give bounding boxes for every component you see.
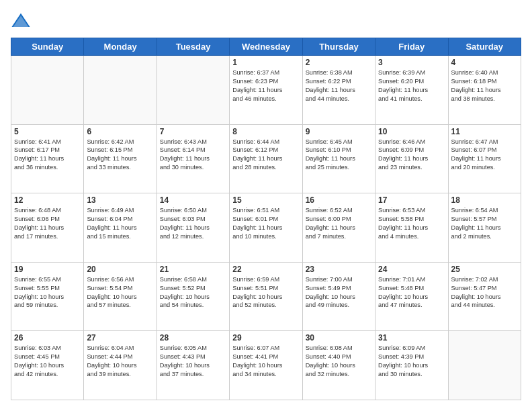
- day-header: Tuesday: [157, 38, 229, 56]
- calendar-cell: 2Sunrise: 6:38 AMSunset: 6:22 PMDaylight…: [302, 56, 375, 125]
- day-number: 15: [232, 195, 299, 205]
- day-number: 10: [378, 127, 445, 136]
- calendar-cell: 22Sunrise: 6:59 AMSunset: 5:51 PMDayligh…: [230, 262, 302, 331]
- calendar-cell: 1Sunrise: 6:37 AMSunset: 6:23 PMDaylight…: [230, 56, 302, 125]
- day-info: Sunrise: 6:05 AMSunset: 4:43 PMDaylight:…: [160, 344, 226, 379]
- day-info: Sunrise: 6:44 AMSunset: 6:12 PMDaylight:…: [232, 138, 299, 173]
- calendar-cell: [11, 56, 84, 125]
- day-number: 25: [451, 265, 518, 274]
- day-info: Sunrise: 6:43 AMSunset: 6:14 PMDaylight:…: [160, 138, 226, 173]
- day-header: Saturday: [448, 38, 521, 56]
- calendar-cell: 4Sunrise: 6:40 AMSunset: 6:18 PMDaylight…: [448, 56, 521, 125]
- calendar-week-row: 26Sunrise: 6:03 AMSunset: 4:45 PMDayligh…: [11, 331, 521, 400]
- day-number: 27: [87, 333, 153, 342]
- calendar-cell: 19Sunrise: 6:55 AMSunset: 5:55 PMDayligh…: [11, 262, 84, 331]
- calendar-cell: 16Sunrise: 6:52 AMSunset: 6:00 PMDayligh…: [302, 193, 375, 263]
- day-info: Sunrise: 6:08 AMSunset: 4:40 PMDaylight:…: [306, 344, 372, 379]
- page: SundayMondayTuesdayWednesdayThursdayFrid…: [0, 0, 532, 411]
- calendar-cell: 6Sunrise: 6:42 AMSunset: 6:15 PMDaylight…: [84, 124, 157, 193]
- calendar-cell: 15Sunrise: 6:51 AMSunset: 6:01 PMDayligh…: [230, 193, 302, 263]
- calendar-week-row: 19Sunrise: 6:55 AMSunset: 5:55 PMDayligh…: [11, 262, 521, 331]
- day-number: 5: [14, 127, 81, 136]
- calendar-cell: 7Sunrise: 6:43 AMSunset: 6:14 PMDaylight…: [157, 124, 229, 193]
- calendar-cell: 31Sunrise: 6:09 AMSunset: 4:39 PMDayligh…: [375, 331, 448, 400]
- day-number: 19: [14, 265, 81, 274]
- day-header: Friday: [375, 38, 448, 56]
- calendar-week-row: 12Sunrise: 6:48 AMSunset: 6:06 PMDayligh…: [11, 193, 521, 263]
- day-info: Sunrise: 6:52 AMSunset: 6:00 PMDaylight:…: [306, 206, 372, 241]
- day-info: Sunrise: 6:47 AMSunset: 6:07 PMDaylight:…: [451, 138, 518, 173]
- day-number: 18: [451, 195, 518, 205]
- day-number: 31: [378, 333, 445, 342]
- calendar-cell: [448, 331, 521, 400]
- calendar-cell: 11Sunrise: 6:47 AMSunset: 6:07 PMDayligh…: [448, 124, 521, 193]
- calendar-cell: 23Sunrise: 7:00 AMSunset: 5:49 PMDayligh…: [302, 262, 375, 331]
- day-info: Sunrise: 6:51 AMSunset: 6:01 PMDaylight:…: [232, 206, 299, 241]
- day-number: 16: [306, 195, 372, 205]
- day-info: Sunrise: 6:54 AMSunset: 5:57 PMDaylight:…: [451, 206, 518, 241]
- calendar-cell: 9Sunrise: 6:45 AMSunset: 6:10 PMDaylight…: [302, 124, 375, 193]
- day-header: Thursday: [302, 38, 375, 56]
- calendar-cell: 8Sunrise: 6:44 AMSunset: 6:12 PMDaylight…: [230, 124, 302, 193]
- day-number: 23: [306, 265, 372, 274]
- day-number: 24: [378, 265, 445, 274]
- day-info: Sunrise: 6:07 AMSunset: 4:41 PMDaylight:…: [232, 344, 299, 379]
- day-number: 21: [160, 265, 226, 274]
- calendar-week-row: 1Sunrise: 6:37 AMSunset: 6:23 PMDaylight…: [11, 56, 521, 125]
- day-info: Sunrise: 6:58 AMSunset: 5:52 PMDaylight:…: [160, 275, 226, 310]
- day-number: 3: [378, 58, 445, 67]
- day-info: Sunrise: 7:01 AMSunset: 5:48 PMDaylight:…: [378, 275, 445, 310]
- day-info: Sunrise: 7:00 AMSunset: 5:49 PMDaylight:…: [306, 275, 372, 310]
- day-number: 29: [232, 333, 299, 342]
- calendar-cell: 26Sunrise: 6:03 AMSunset: 4:45 PMDayligh…: [11, 331, 84, 400]
- day-info: Sunrise: 6:46 AMSunset: 6:09 PMDaylight:…: [378, 138, 445, 173]
- calendar-cell: 12Sunrise: 6:48 AMSunset: 6:06 PMDayligh…: [11, 193, 84, 263]
- day-info: Sunrise: 6:09 AMSunset: 4:39 PMDaylight:…: [378, 344, 445, 379]
- day-number: 7: [160, 127, 226, 136]
- day-info: Sunrise: 7:02 AMSunset: 5:47 PMDaylight:…: [451, 275, 518, 310]
- day-header: Wednesday: [230, 38, 302, 56]
- day-number: 28: [160, 333, 226, 342]
- day-info: Sunrise: 6:37 AMSunset: 6:23 PMDaylight:…: [232, 68, 299, 103]
- day-info: Sunrise: 6:45 AMSunset: 6:10 PMDaylight:…: [306, 138, 372, 173]
- day-info: Sunrise: 6:56 AMSunset: 5:54 PMDaylight:…: [87, 275, 153, 310]
- day-number: 17: [378, 195, 445, 205]
- logo: [11, 11, 34, 31]
- day-number: 14: [160, 195, 226, 205]
- day-info: Sunrise: 6:40 AMSunset: 6:18 PMDaylight:…: [451, 68, 518, 103]
- calendar-cell: 17Sunrise: 6:53 AMSunset: 5:58 PMDayligh…: [375, 193, 448, 263]
- day-info: Sunrise: 6:49 AMSunset: 6:04 PMDaylight:…: [87, 206, 153, 241]
- logo-icon: [11, 11, 31, 31]
- day-number: 1: [232, 58, 299, 67]
- day-info: Sunrise: 6:42 AMSunset: 6:15 PMDaylight:…: [87, 138, 153, 173]
- day-info: Sunrise: 6:48 AMSunset: 6:06 PMDaylight:…: [14, 206, 81, 241]
- header: [11, 11, 521, 31]
- calendar-cell: 27Sunrise: 6:04 AMSunset: 4:44 PMDayligh…: [84, 331, 157, 400]
- day-number: 11: [451, 127, 518, 136]
- day-info: Sunrise: 6:55 AMSunset: 5:55 PMDaylight:…: [14, 275, 81, 310]
- day-number: 2: [306, 58, 372, 67]
- day-info: Sunrise: 6:53 AMSunset: 5:58 PMDaylight:…: [378, 206, 445, 241]
- day-header: Sunday: [11, 38, 84, 56]
- calendar-cell: 21Sunrise: 6:58 AMSunset: 5:52 PMDayligh…: [157, 262, 229, 331]
- calendar-cell: 28Sunrise: 6:05 AMSunset: 4:43 PMDayligh…: [157, 331, 229, 400]
- day-header: Monday: [84, 38, 157, 56]
- day-number: 8: [232, 127, 299, 136]
- calendar-header-row: SundayMondayTuesdayWednesdayThursdayFrid…: [11, 38, 521, 56]
- day-info: Sunrise: 6:03 AMSunset: 4:45 PMDaylight:…: [14, 344, 81, 379]
- calendar-cell: 29Sunrise: 6:07 AMSunset: 4:41 PMDayligh…: [230, 331, 302, 400]
- day-info: Sunrise: 6:04 AMSunset: 4:44 PMDaylight:…: [87, 344, 153, 379]
- calendar-cell: 25Sunrise: 7:02 AMSunset: 5:47 PMDayligh…: [448, 262, 521, 331]
- calendar-cell: [84, 56, 157, 125]
- calendar-cell: 3Sunrise: 6:39 AMSunset: 6:20 PMDaylight…: [375, 56, 448, 125]
- day-number: 30: [306, 333, 372, 342]
- day-number: 20: [87, 265, 153, 274]
- day-number: 9: [306, 127, 372, 136]
- calendar-cell: 20Sunrise: 6:56 AMSunset: 5:54 PMDayligh…: [84, 262, 157, 331]
- calendar-cell: 5Sunrise: 6:41 AMSunset: 6:17 PMDaylight…: [11, 124, 84, 193]
- day-info: Sunrise: 6:41 AMSunset: 6:17 PMDaylight:…: [14, 138, 81, 173]
- day-number: 26: [14, 333, 81, 342]
- day-number: 13: [87, 195, 153, 205]
- calendar-cell: 30Sunrise: 6:08 AMSunset: 4:40 PMDayligh…: [302, 331, 375, 400]
- calendar-week-row: 5Sunrise: 6:41 AMSunset: 6:17 PMDaylight…: [11, 124, 521, 193]
